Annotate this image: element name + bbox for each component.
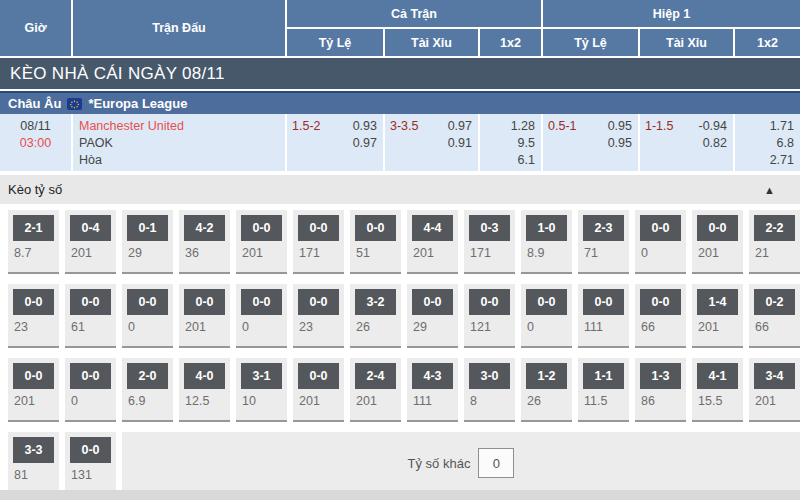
home-team[interactable]: Manchester United [79,118,285,135]
score-odds: 0 [242,320,287,334]
score-chip[interactable]: 0-3 [469,215,510,241]
ft-handicap-odd-2[interactable]: 0.97 [353,135,377,152]
score-chip[interactable]: 0-0 [70,363,111,389]
score-chip[interactable]: 0-0 [241,289,282,315]
ft-handicap-odds[interactable]: 1.5-20.93 0.97 [287,114,385,171]
fh-handicap-odds[interactable]: 0.5-10.95 0.95 [543,114,640,171]
score-chip[interactable]: 3-1 [241,363,282,389]
score-chip[interactable]: 3-4 [754,363,795,389]
score-chip[interactable]: 0-0 [412,289,453,315]
score-odds: 111 [584,320,629,334]
fh-handicap-odd-2[interactable]: 0.95 [608,135,632,152]
score-odds: 201 [299,394,344,408]
score-row: 2-18.70-42010-1294-2360-02010-01710-0514… [8,210,800,274]
score-odds: 121 [470,320,515,334]
score-odds: 21 [755,246,800,260]
score-cell: 0-0171 [293,210,344,274]
score-chip[interactable]: 3-3 [13,437,54,463]
score-cell: 3-226 [350,284,401,348]
score-chip[interactable]: 0-0 [697,215,738,241]
score-chip[interactable]: 1-4 [697,289,738,315]
ft-over-under-odds[interactable]: 3-3.50.97 0.91 [385,114,480,171]
score-cell: 2-4201 [350,358,401,422]
score-cell: 4-4201 [407,210,458,274]
betting-odds-page: Giờ Trận Đấu Cả Trận Tỷ Lệ Tài Xỉu 1x2 H… [0,0,800,500]
score-odds: 201 [755,394,800,408]
score-chip[interactable]: 2-3 [583,215,624,241]
ft-1x2-draw[interactable]: 6.1 [480,152,535,169]
score-cell: 4-3111 [407,358,458,422]
league-row[interactable]: Châu Âu *Europa League [0,91,800,114]
ft-handicap-odd-1[interactable]: 0.93 [353,118,377,135]
score-chip[interactable]: 4-2 [184,215,225,241]
score-chip[interactable]: 2-1 [13,215,54,241]
score-chip[interactable]: 4-1 [697,363,738,389]
score-chip[interactable]: 0-0 [583,289,624,315]
ft-ou-odd-2[interactable]: 0.91 [448,135,472,152]
score-odds: 12.5 [185,394,230,408]
score-cell: 4-115.5 [692,358,743,422]
ft-1x2-odds[interactable]: 1.28 9.5 6.1 [480,114,543,171]
score-cell: 0-0201 [293,358,344,422]
score-cell: 0-00 [635,210,686,274]
fh-ou-odd-2[interactable]: 0.82 [703,135,727,152]
score-cell: 0-266 [749,284,800,348]
score-cell: 0-00 [65,358,116,422]
fh-1x2-draw[interactable]: 2.71 [735,152,794,169]
score-chip[interactable]: 0-0 [640,215,681,241]
score-cell: 0-0201 [236,210,287,274]
score-chip[interactable]: 2-4 [355,363,396,389]
score-chip[interactable]: 0-0 [298,289,339,315]
score-cell: 0-051 [350,210,401,274]
score-chip[interactable]: 0-0 [355,215,396,241]
ft-1x2-away[interactable]: 9.5 [480,135,535,152]
score-chip[interactable]: 0-0 [298,363,339,389]
away-team[interactable]: PAOK [79,135,285,152]
score-cell: 1-226 [521,358,572,422]
collapse-triangle-up-icon[interactable]: ▲ [764,184,775,196]
score-chip[interactable]: 0-0 [13,289,54,315]
score-section-header[interactable]: Kèo tỷ số ▲ [0,175,800,204]
score-chip[interactable]: 2-2 [754,215,795,241]
score-cell: 3-381 [8,432,59,496]
score-chip[interactable]: 0-4 [70,215,111,241]
score-chip[interactable]: 4-3 [412,363,453,389]
fh-1x2-away[interactable]: 6.8 [735,135,794,152]
score-grid: 2-18.70-42010-1294-2360-02010-01710-0514… [0,204,800,496]
score-chip[interactable]: 0-0 [13,363,54,389]
score-chip[interactable]: 4-0 [184,363,225,389]
header-fh-over-under: Tài Xỉu [640,29,735,56]
score-chip[interactable]: 1-0 [526,215,567,241]
score-odds: 171 [299,246,344,260]
score-chip[interactable]: 3-0 [469,363,510,389]
score-chip[interactable]: 2-0 [127,363,168,389]
score-chip[interactable]: 1-1 [583,363,624,389]
score-odds: 8.7 [14,246,59,260]
score-chip[interactable]: 0-0 [640,289,681,315]
header-group-first-half-label: Hiệp 1 [543,0,800,29]
score-chip[interactable]: 3-2 [355,289,396,315]
fh-ou-odd-1[interactable]: -0.94 [699,118,728,135]
score-chip[interactable]: 0-0 [241,215,282,241]
other-score-input[interactable] [478,448,514,478]
score-chip[interactable]: 1-2 [526,363,567,389]
score-chip[interactable]: 1-3 [640,363,681,389]
score-chip[interactable]: 0-0 [184,289,225,315]
fh-over-under-odds[interactable]: 1-1.5-0.94 0.82 [640,114,735,171]
score-chip[interactable]: 0-0 [70,289,111,315]
score-chip[interactable]: 0-0 [70,437,111,463]
score-chip[interactable]: 0-0 [127,289,168,315]
score-chip[interactable]: 0-0 [526,289,567,315]
ft-ou-odd-1[interactable]: 0.97 [448,118,472,135]
score-chip[interactable]: 0-1 [127,215,168,241]
score-chip[interactable]: 0-0 [298,215,339,241]
score-chip[interactable]: 0-2 [754,289,795,315]
ft-1x2-home[interactable]: 1.28 [480,118,535,135]
score-cell: 0-0131 [65,432,116,496]
score-odds: 26 [356,320,401,334]
score-chip[interactable]: 4-4 [412,215,453,241]
fh-1x2-home[interactable]: 1.71 [735,118,794,135]
score-chip[interactable]: 0-0 [469,289,510,315]
fh-handicap-odd-1[interactable]: 0.95 [608,118,632,135]
fh-1x2-odds[interactable]: 1.71 6.8 2.71 [735,114,800,171]
